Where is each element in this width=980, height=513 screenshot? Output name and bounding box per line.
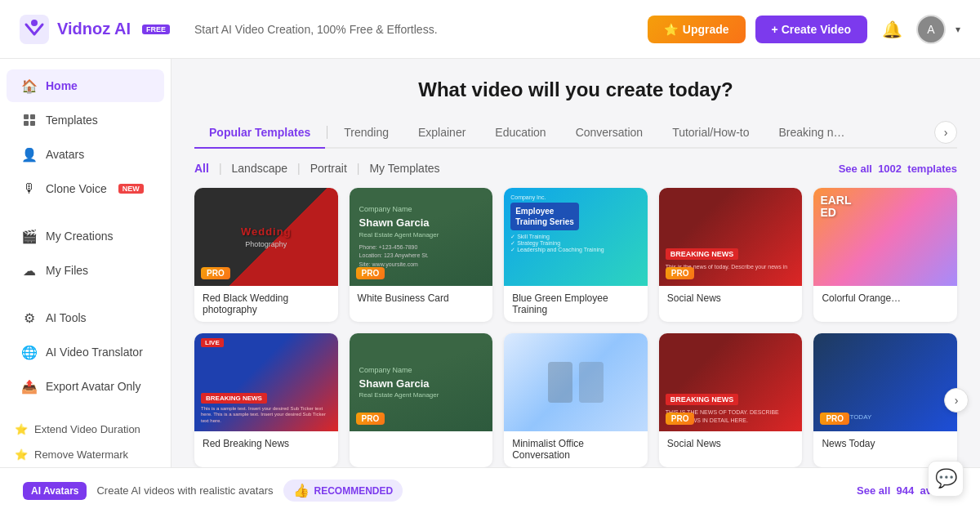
sidebar-item-home[interactable]: 🏠 Home xyxy=(7,69,164,102)
avatar-initial: A xyxy=(927,23,934,36)
main-content: What video will you create today? Popula… xyxy=(172,59,980,467)
sidebar-item-clone-voice[interactable]: 🎙 Clone Voice NEW xyxy=(7,172,164,205)
templates-icon xyxy=(21,112,38,128)
template-label-bcard2 xyxy=(350,431,493,444)
tab-education[interactable]: Education xyxy=(480,118,560,149)
pro-badge-wedding: PRO xyxy=(201,267,230,279)
crown-icon-extend: ⭐ xyxy=(15,423,28,435)
bottom-banner: AI Avatars Create AI videos with realist… xyxy=(0,467,980,513)
tabs-next-button[interactable]: › xyxy=(934,121,957,144)
templates-word: templates xyxy=(907,163,957,175)
layout: 🏠 Home Templates 👤 Avatars 🎙 Clone Voice… xyxy=(0,59,980,467)
logo-icon xyxy=(20,15,49,44)
template-card-employee[interactable]: Company Inc. EmployeeTraining Series ✓ S… xyxy=(504,188,648,322)
template-card-bcard2[interactable]: Company Name Shawn Garcia Real Estate Ag… xyxy=(350,333,493,467)
filter-portrait[interactable]: Portrait xyxy=(310,162,347,175)
page-title: What video will you create today? xyxy=(194,78,957,101)
filter-landscape[interactable]: Landscape xyxy=(232,162,288,175)
remove-watermark-label: Remove Watermark xyxy=(34,448,128,461)
sidebar-item-templates[interactable]: Templates xyxy=(7,104,164,136)
sidebar-item-avatars[interactable]: 👤 Avatars xyxy=(7,138,164,171)
sidebar-item-my-files-label: My Files xyxy=(46,264,88,277)
my-creations-icon: 🎬 xyxy=(21,228,38,244)
create-video-button[interactable]: + Create Video xyxy=(755,16,867,43)
banner-description: Create AI videos with realistic avatars xyxy=(96,484,273,497)
template-card-wedding[interactable]: Wedding Photography PRO Red Black Weddin… xyxy=(194,188,338,322)
filter-sep-3: | xyxy=(357,162,360,175)
template-card-social-news[interactable]: BREAKING NEWS This is the news of today.… xyxy=(659,188,803,322)
sidebar-extend-video[interactable]: ⭐ Extend Video Duration xyxy=(0,417,171,442)
template-count-number: 1002 xyxy=(878,163,902,175)
template-card-news-today[interactable]: NEWS TODAY PRO News Today xyxy=(813,333,957,467)
sidebar-item-ai-video-translator-label: AI Video Translator xyxy=(46,346,143,359)
tab-breaking-news[interactable]: Breaking n… xyxy=(764,118,860,149)
recommended-icon: 👍 xyxy=(293,483,310,498)
tab-explainer[interactable]: Explainer xyxy=(403,118,480,149)
template-label-colorful: Colorful Orange… xyxy=(813,286,957,310)
template-label-bcard: White Business Card xyxy=(350,286,493,310)
ai-tools-icon: ⚙ xyxy=(21,310,38,326)
header: Vidnoz AI FREE Start AI Video Creation, … xyxy=(0,0,980,59)
template-card-social-news2[interactable]: BREAKING NEWS THIS IS THE NEWS OF TODAY.… xyxy=(659,333,803,467)
tab-divider-1 xyxy=(327,126,327,139)
see-all-label[interactable]: See all xyxy=(839,163,872,175)
chat-fab-button[interactable]: 💬 xyxy=(928,461,964,497)
template-label-social-news2: Social News xyxy=(659,431,803,456)
avatars-icon: 👤 xyxy=(21,146,38,163)
create-video-label: + Create Video xyxy=(772,23,851,36)
notifications-button[interactable]: 🔔 xyxy=(877,15,906,44)
sidebar-remove-watermark[interactable]: ⭐ Remove Watermark xyxy=(0,442,171,467)
export-avatar-icon: 📤 xyxy=(21,378,38,395)
user-avatar[interactable]: A xyxy=(916,15,946,44)
template-label-breaking-news: Red Breaking News xyxy=(194,431,338,456)
template-card-bcard[interactable]: Company Name Shawn Garcia Real Estate Ag… xyxy=(350,188,493,322)
sidebar-item-my-creations[interactable]: 🎬 My Creations xyxy=(7,220,164,252)
upgrade-icon: ⭐ xyxy=(664,23,678,36)
header-right: ⭐ Upgrade + Create Video 🔔 A ▾ xyxy=(648,15,960,44)
sidebar-item-ai-video-translator[interactable]: 🌐 AI Video Translator xyxy=(7,336,164,368)
free-badge: FREE xyxy=(142,25,170,34)
sidebar-item-avatars-label: Avatars xyxy=(46,148,84,161)
template-label-employee: Blue Green Employee Training xyxy=(504,286,648,322)
banner-avatar-count: 944 xyxy=(897,484,915,497)
template-label-social-news: Social News xyxy=(659,286,803,310)
pro-badge-social: PRO xyxy=(666,267,695,279)
sidebar-item-ai-tools[interactable]: ⚙ AI Tools xyxy=(7,301,164,334)
tab-conversation[interactable]: Conversation xyxy=(561,118,658,149)
filter-options: All | Landscape | Portrait | My Template… xyxy=(194,162,440,175)
filter-all[interactable]: All xyxy=(194,162,209,175)
tab-popular-templates[interactable]: Popular Templates xyxy=(194,118,325,149)
sidebar-item-clone-voice-label: Clone Voice xyxy=(46,182,107,195)
template-tabs: Popular Templates Trending Explainer Edu… xyxy=(194,118,957,149)
pro-badge-bcard: PRO xyxy=(356,267,385,279)
pro-badge-social2: PRO xyxy=(666,413,695,425)
sidebar-item-my-files[interactable]: ☁ My Files xyxy=(7,254,164,287)
crown-icon-watermark: ⭐ xyxy=(15,448,28,461)
template-grid-row2: LIVE BREAKING NEWS This is a sample text… xyxy=(194,333,957,467)
banner-see-all[interactable]: See all xyxy=(857,484,890,497)
grid-next-button[interactable]: › xyxy=(944,388,969,413)
sidebar-item-ai-tools-label: AI Tools xyxy=(46,311,87,324)
template-card-office[interactable]: Minimalist Office Conversation xyxy=(504,333,648,467)
filter-row: All | Landscape | Portrait | My Template… xyxy=(194,162,957,175)
template-card-breaking-news[interactable]: LIVE BREAKING NEWS This is a sample text… xyxy=(194,333,338,467)
filter-my-templates[interactable]: My Templates xyxy=(369,162,439,175)
tab-trending[interactable]: Trending xyxy=(329,118,403,149)
recommended-label: RECOMMENDED xyxy=(314,485,394,497)
ai-avatars-tag[interactable]: AI Avatars xyxy=(23,482,87,500)
template-card-colorful[interactable]: EARLED Colorful Orange… xyxy=(813,188,957,322)
svg-rect-4 xyxy=(24,121,29,126)
header-tagline: Start AI Video Creation, 100% Free & Eff… xyxy=(194,23,438,36)
template-grid: Wedding Photography PRO Red Black Weddin… xyxy=(194,188,957,322)
svg-rect-5 xyxy=(30,121,35,126)
ai-video-translator-icon: 🌐 xyxy=(21,344,38,360)
chat-icon: 💬 xyxy=(935,468,957,489)
sidebar-item-export-avatar-only[interactable]: 📤 Export Avatar Only xyxy=(7,370,164,403)
upgrade-button[interactable]: ⭐ Upgrade xyxy=(648,16,746,43)
filter-sep-2: | xyxy=(297,162,301,175)
pro-badge-bcard2: PRO xyxy=(356,413,385,425)
tab-tutorial[interactable]: Tutorial/How-to xyxy=(657,118,764,149)
recommended-badge: 👍 RECOMMENDED xyxy=(283,480,403,502)
svg-rect-3 xyxy=(30,114,35,119)
user-menu-chevron[interactable]: ▾ xyxy=(956,24,960,35)
